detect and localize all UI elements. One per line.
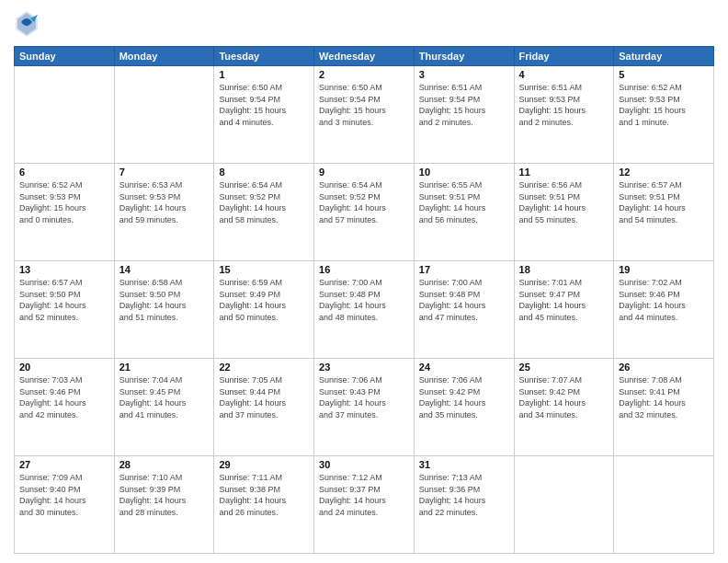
day-info: Sunrise: 6:50 AM Sunset: 9:54 PM Dayligh… — [219, 82, 309, 128]
day-number: 7 — [119, 167, 210, 178]
day-cell: 24Sunrise: 7:06 AM Sunset: 9:42 PM Dayli… — [414, 359, 514, 456]
day-info: Sunrise: 6:51 AM Sunset: 9:54 PM Dayligh… — [419, 82, 509, 128]
day-number: 25 — [519, 362, 609, 373]
day-info: Sunrise: 7:00 AM Sunset: 9:48 PM Dayligh… — [419, 277, 509, 323]
logo — [14, 9, 40, 39]
week-row-1: 1Sunrise: 6:50 AM Sunset: 9:54 PM Daylig… — [15, 66, 714, 164]
day-cell: 31Sunrise: 7:13 AM Sunset: 9:36 PM Dayli… — [414, 456, 514, 554]
day-number: 27 — [19, 459, 109, 470]
day-cell — [614, 456, 714, 554]
weekday-header-thursday: Thursday — [414, 47, 514, 66]
day-cell: 29Sunrise: 7:11 AM Sunset: 9:38 PM Dayli… — [214, 456, 314, 554]
day-cell — [15, 66, 115, 164]
day-number: 17 — [419, 264, 509, 275]
day-cell: 28Sunrise: 7:10 AM Sunset: 9:39 PM Dayli… — [114, 456, 214, 554]
day-number: 11 — [519, 167, 609, 178]
day-cell: 7Sunrise: 6:53 AM Sunset: 9:53 PM Daylig… — [114, 164, 214, 261]
day-number: 24 — [419, 362, 509, 373]
day-info: Sunrise: 7:07 AM Sunset: 9:42 PM Dayligh… — [519, 374, 609, 420]
day-info: Sunrise: 6:58 AM Sunset: 9:50 PM Dayligh… — [119, 277, 210, 323]
day-cell: 6Sunrise: 6:52 AM Sunset: 9:53 PM Daylig… — [15, 164, 115, 261]
day-info: Sunrise: 7:10 AM Sunset: 9:39 PM Dayligh… — [119, 472, 210, 518]
day-info: Sunrise: 6:56 AM Sunset: 9:51 PM Dayligh… — [519, 179, 609, 225]
day-cell — [514, 456, 614, 554]
day-cell: 26Sunrise: 7:08 AM Sunset: 9:41 PM Dayli… — [614, 359, 714, 456]
day-number: 16 — [319, 264, 409, 275]
day-cell: 21Sunrise: 7:04 AM Sunset: 9:45 PM Dayli… — [114, 359, 214, 456]
day-cell: 2Sunrise: 6:50 AM Sunset: 9:54 PM Daylig… — [314, 66, 415, 164]
day-number: 15 — [219, 264, 309, 275]
day-number: 8 — [219, 167, 309, 178]
calendar-table: SundayMondayTuesdayWednesdayThursdayFrid… — [14, 46, 714, 554]
day-number: 14 — [119, 264, 210, 275]
week-row-2: 6Sunrise: 6:52 AM Sunset: 9:53 PM Daylig… — [15, 164, 714, 261]
day-cell: 19Sunrise: 7:02 AM Sunset: 9:46 PM Dayli… — [614, 261, 714, 359]
day-info: Sunrise: 7:04 AM Sunset: 9:45 PM Dayligh… — [119, 374, 210, 420]
day-number: 22 — [219, 362, 309, 373]
day-number: 2 — [319, 69, 409, 80]
day-info: Sunrise: 6:51 AM Sunset: 9:53 PM Dayligh… — [519, 82, 609, 128]
day-cell: 4Sunrise: 6:51 AM Sunset: 9:53 PM Daylig… — [514, 66, 614, 164]
day-number: 28 — [119, 459, 210, 470]
day-cell: 23Sunrise: 7:06 AM Sunset: 9:43 PM Dayli… — [314, 359, 415, 456]
day-info: Sunrise: 7:08 AM Sunset: 9:41 PM Dayligh… — [619, 374, 709, 420]
day-number: 1 — [219, 69, 309, 80]
day-info: Sunrise: 6:52 AM Sunset: 9:53 PM Dayligh… — [19, 179, 109, 225]
day-cell: 11Sunrise: 6:56 AM Sunset: 9:51 PM Dayli… — [514, 164, 614, 261]
day-cell — [114, 66, 214, 164]
weekday-header-wednesday: Wednesday — [314, 47, 415, 66]
day-info: Sunrise: 6:54 AM Sunset: 9:52 PM Dayligh… — [219, 179, 309, 225]
day-info: Sunrise: 6:55 AM Sunset: 9:51 PM Dayligh… — [419, 179, 509, 225]
day-info: Sunrise: 7:09 AM Sunset: 9:40 PM Dayligh… — [19, 472, 109, 518]
weekday-header-sunday: Sunday — [15, 47, 115, 66]
day-cell: 18Sunrise: 7:01 AM Sunset: 9:47 PM Dayli… — [514, 261, 614, 359]
day-number: 26 — [619, 362, 709, 373]
day-info: Sunrise: 6:57 AM Sunset: 9:51 PM Dayligh… — [619, 179, 709, 225]
weekday-header-row: SundayMondayTuesdayWednesdayThursdayFrid… — [15, 47, 714, 66]
day-number: 13 — [19, 264, 109, 275]
logo-icon — [14, 9, 40, 39]
day-info: Sunrise: 7:00 AM Sunset: 9:48 PM Dayligh… — [319, 277, 409, 323]
day-info: Sunrise: 6:59 AM Sunset: 9:49 PM Dayligh… — [219, 277, 309, 323]
day-info: Sunrise: 7:12 AM Sunset: 9:37 PM Dayligh… — [319, 472, 409, 518]
day-info: Sunrise: 7:13 AM Sunset: 9:36 PM Dayligh… — [419, 472, 509, 518]
day-number: 3 — [419, 69, 509, 80]
day-number: 4 — [519, 69, 609, 80]
day-number: 21 — [119, 362, 210, 373]
day-number: 9 — [319, 167, 409, 178]
day-info: Sunrise: 7:03 AM Sunset: 9:46 PM Dayligh… — [19, 374, 109, 420]
day-info: Sunrise: 6:53 AM Sunset: 9:53 PM Dayligh… — [119, 179, 210, 225]
day-info: Sunrise: 6:54 AM Sunset: 9:52 PM Dayligh… — [319, 179, 409, 225]
day-number: 30 — [319, 459, 409, 470]
day-cell: 10Sunrise: 6:55 AM Sunset: 9:51 PM Dayli… — [414, 164, 514, 261]
day-info: Sunrise: 7:01 AM Sunset: 9:47 PM Dayligh… — [519, 277, 609, 323]
day-cell: 17Sunrise: 7:00 AM Sunset: 9:48 PM Dayli… — [414, 261, 514, 359]
day-cell: 14Sunrise: 6:58 AM Sunset: 9:50 PM Dayli… — [114, 261, 214, 359]
day-cell: 9Sunrise: 6:54 AM Sunset: 9:52 PM Daylig… — [314, 164, 415, 261]
day-info: Sunrise: 7:06 AM Sunset: 9:43 PM Dayligh… — [319, 374, 409, 420]
day-cell: 13Sunrise: 6:57 AM Sunset: 9:50 PM Dayli… — [15, 261, 115, 359]
day-cell: 16Sunrise: 7:00 AM Sunset: 9:48 PM Dayli… — [314, 261, 415, 359]
day-info: Sunrise: 6:52 AM Sunset: 9:53 PM Dayligh… — [619, 82, 709, 128]
day-info: Sunrise: 6:50 AM Sunset: 9:54 PM Dayligh… — [319, 82, 409, 128]
day-cell: 20Sunrise: 7:03 AM Sunset: 9:46 PM Dayli… — [15, 359, 115, 456]
day-number: 29 — [219, 459, 309, 470]
day-cell: 8Sunrise: 6:54 AM Sunset: 9:52 PM Daylig… — [214, 164, 314, 261]
day-number: 5 — [619, 69, 709, 80]
day-info: Sunrise: 7:06 AM Sunset: 9:42 PM Dayligh… — [419, 374, 509, 420]
week-row-3: 13Sunrise: 6:57 AM Sunset: 9:50 PM Dayli… — [15, 261, 714, 359]
day-cell: 15Sunrise: 6:59 AM Sunset: 9:49 PM Dayli… — [214, 261, 314, 359]
week-row-5: 27Sunrise: 7:09 AM Sunset: 9:40 PM Dayli… — [15, 456, 714, 554]
header — [14, 9, 714, 39]
day-number: 6 — [19, 167, 109, 178]
day-number: 31 — [419, 459, 509, 470]
day-info: Sunrise: 7:11 AM Sunset: 9:38 PM Dayligh… — [219, 472, 309, 518]
day-number: 19 — [619, 264, 709, 275]
weekday-header-tuesday: Tuesday — [214, 47, 314, 66]
page: SundayMondayTuesdayWednesdayThursdayFrid… — [0, 0, 728, 563]
day-info: Sunrise: 6:57 AM Sunset: 9:50 PM Dayligh… — [19, 277, 109, 323]
day-cell: 30Sunrise: 7:12 AM Sunset: 9:37 PM Dayli… — [314, 456, 415, 554]
weekday-header-monday: Monday — [114, 47, 214, 66]
day-cell: 22Sunrise: 7:05 AM Sunset: 9:44 PM Dayli… — [214, 359, 314, 456]
day-cell: 5Sunrise: 6:52 AM Sunset: 9:53 PM Daylig… — [614, 66, 714, 164]
